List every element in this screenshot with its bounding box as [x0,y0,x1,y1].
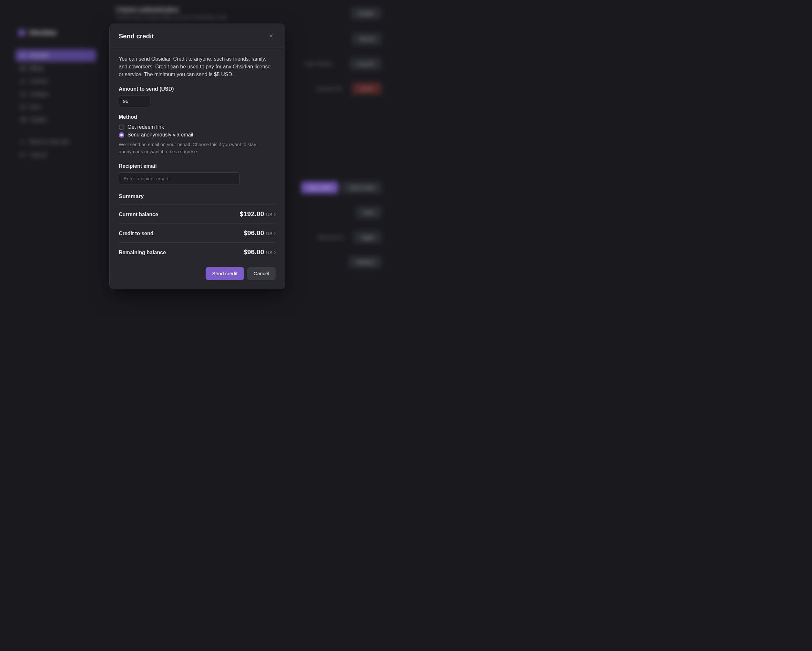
close-button[interactable] [267,32,276,41]
cancel-button[interactable]: Cancel [247,267,276,280]
summary-current-balance-row: Current balance $192.00USD [119,204,276,223]
close-icon [269,33,274,40]
method-help-text: We'll send an email on your behalf. Choo… [119,141,276,156]
summary-remaining-balance-row: Remaining balance $96.00USD [119,242,276,261]
summary-credit-to-send-row: Credit to send $96.00USD [119,223,276,242]
radio-icon [119,132,124,138]
modal-description: You can send Obsidian Credit to anyone, … [119,55,276,78]
summary-row-name: Remaining balance [119,250,166,256]
summary-heading: Summary [119,193,276,200]
radio-label: Send anonymously via email [127,132,193,138]
method-label: Method [119,114,276,120]
recipient-email-input[interactable] [119,172,240,185]
modal-header: Send credit [110,24,285,47]
summary-row-name: Current balance [119,212,158,217]
recipient-label: Recipient email [119,163,276,169]
modal-title: Send credit [119,33,154,40]
radio-label: Get redeem link [127,124,164,130]
modal-body: You can send Obsidian Credit to anyone, … [110,47,285,289]
summary-row-currency: USD [266,250,276,255]
send-credit-submit-button[interactable]: Send credit [206,267,244,280]
summary-row-name: Credit to send [119,231,154,236]
modal-overlay: Send credit You can send Obsidian Credit… [0,0,394,316]
send-credit-modal: Send credit You can send Obsidian Credit… [109,24,285,290]
modal-actions: Send credit Cancel [119,267,276,280]
summary-row-value: $192.00 [240,210,264,217]
method-email-radio[interactable]: Send anonymously via email [119,131,276,139]
summary-row-currency: USD [266,212,276,217]
summary-row-value: $96.00 [243,248,264,256]
radio-icon [119,125,124,130]
amount-label: Amount to send (USD) [119,86,276,92]
summary-row-currency: USD [266,231,276,236]
method-redeem-link-radio[interactable]: Get redeem link [119,123,276,131]
summary-row-value: $96.00 [243,229,264,236]
amount-input[interactable] [119,95,150,107]
